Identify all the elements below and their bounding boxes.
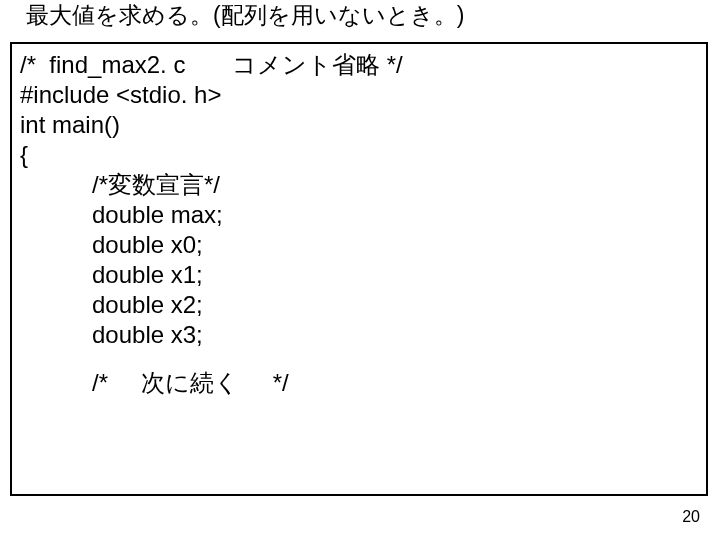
code-line: double x1; [20,260,698,290]
blank-line [20,350,698,368]
code-line: double x0; [20,230,698,260]
slide: 最大値を求める。(配列を用いないとき。) /* find_max2. c コメン… [0,0,720,540]
code-line: double max; [20,200,698,230]
code-line: double x2; [20,290,698,320]
code-line: double x3; [20,320,698,350]
code-line: { [20,140,698,170]
code-line: #include <stdio. h> [20,80,698,110]
code-line: /*変数宣言*/ [20,170,698,200]
code-block: /* find_max2. c コメント省略 */ #include <stdi… [10,42,708,496]
code-line: /* find_max2. c コメント省略 */ [20,50,698,80]
code-line: int main() [20,110,698,140]
page-number: 20 [682,508,700,526]
code-line: /* 次に続く */ [20,368,698,398]
slide-title: 最大値を求める。(配列を用いないとき。) [26,0,464,31]
